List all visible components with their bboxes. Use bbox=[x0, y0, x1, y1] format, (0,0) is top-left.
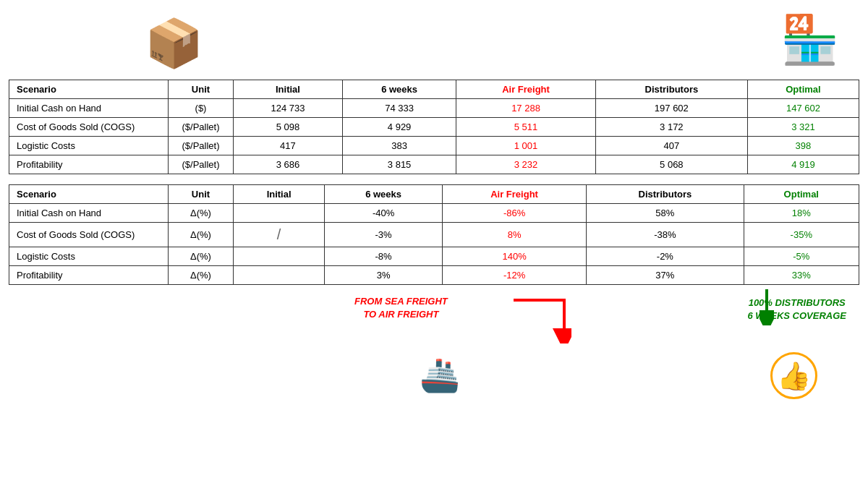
d-row3-unit: Δ(%) bbox=[169, 247, 234, 266]
d-row4-unit: Δ(%) bbox=[169, 266, 234, 285]
col-scenario: Scenario bbox=[9, 80, 169, 99]
table-row: Cost of Goods Sold (COGS) ($/Pallet) 5 0… bbox=[9, 118, 859, 137]
row2-airfreight: 5 511 bbox=[456, 118, 596, 137]
row2-distributors: 3 172 bbox=[595, 118, 747, 137]
row2-optimal: 3 321 bbox=[747, 118, 859, 137]
d-row2-unit: Δ(%) bbox=[169, 223, 234, 247]
page-container: 📦 🏪 Scenario Unit Initial 6 weeks Air Fr… bbox=[0, 0, 868, 478]
ship-icon: 🚢 bbox=[420, 356, 460, 394]
right-annotation: 100% DISTRIBUTORS 6 WEEKS COVERAGE bbox=[747, 296, 846, 323]
d-row3-airfreight: 140% bbox=[442, 247, 586, 266]
row1-scenario: Initial Cash on Hand bbox=[9, 99, 169, 118]
row2-unit: ($/Pallet) bbox=[169, 118, 234, 137]
delta-col-6weeks: 6 weeks bbox=[325, 185, 443, 204]
col-6weeks: 6 weeks bbox=[342, 80, 456, 99]
delta-col-optimal: Optimal bbox=[744, 185, 859, 204]
d-row2-distributors: -38% bbox=[587, 223, 744, 247]
row3-initial: 417 bbox=[234, 137, 343, 155]
delta-col-distributors: Distributors bbox=[587, 185, 744, 204]
row1-airfreight: 17 288 bbox=[456, 99, 596, 118]
delta-col-airfreight: Air Freight bbox=[442, 185, 586, 204]
d-row2-optimal: -35% bbox=[744, 223, 859, 247]
d-row1-initial bbox=[234, 204, 325, 223]
d-row3-distributors: -2% bbox=[587, 247, 744, 266]
table-row: Logistic Costs ($/Pallet) 417 383 1 001 … bbox=[9, 137, 859, 155]
row3-scenario: Logistic Costs bbox=[9, 137, 169, 155]
row1-distributors: 197 602 bbox=[595, 99, 747, 118]
col-distributors: Distributors bbox=[595, 80, 747, 99]
col-unit: Unit bbox=[169, 80, 234, 99]
d-row3-optimal: -5% bbox=[744, 247, 859, 266]
row3-distributors: 407 bbox=[595, 137, 747, 155]
row3-airfreight: 1 001 bbox=[456, 137, 596, 155]
right-annotation-line2: 6 WEEKS COVERAGE bbox=[747, 310, 846, 323]
d-row1-scenario: Initial Cash on Hand bbox=[9, 204, 169, 223]
row1-6weeks: 74 333 bbox=[342, 99, 456, 118]
delta-col-initial: Initial bbox=[234, 185, 325, 204]
row2-initial: 5 098 bbox=[234, 118, 343, 137]
d-row1-6weeks: -40% bbox=[325, 204, 443, 223]
delta-table: Scenario Unit Initial 6 weeks Air Freigh… bbox=[9, 184, 859, 285]
delta-col-scenario: Scenario bbox=[9, 185, 169, 204]
d-row1-unit: Δ(%) bbox=[169, 204, 234, 223]
col-optimal: Optimal bbox=[747, 80, 859, 99]
warehouse-icon: 🏪 bbox=[780, 12, 839, 67]
row1-optimal: 147 602 bbox=[747, 99, 859, 118]
bottom-annotations: FROM SEA FREIGHT TO AIR FREIGHT 100% DIS… bbox=[0, 289, 868, 405]
main-table: Scenario Unit Initial 6 weeks Air Freigh… bbox=[9, 80, 859, 174]
row3-optimal: 398 bbox=[747, 137, 859, 155]
col-initial: Initial bbox=[234, 80, 343, 99]
right-annotation-line1: 100% DISTRIBUTORS bbox=[747, 296, 846, 310]
row2-scenario: Cost of Goods Sold (COGS) bbox=[9, 118, 169, 137]
row4-6weeks: 3 815 bbox=[342, 155, 456, 174]
d-row4-6weeks: 3% bbox=[325, 266, 443, 285]
d-row4-airfreight: -12% bbox=[442, 266, 586, 285]
row4-initial: 3 686 bbox=[234, 155, 343, 174]
tables-area: Scenario Unit Initial 6 weeks Air Freigh… bbox=[0, 80, 868, 285]
d-row3-scenario: Logistic Costs bbox=[9, 247, 169, 266]
left-annotation: FROM SEA FREIGHT TO AIR FREIGHT bbox=[354, 295, 448, 321]
row1-unit: ($) bbox=[169, 99, 234, 118]
delta-table-row: Profitability Δ(%) 3% -12% 37% 33% bbox=[9, 266, 859, 285]
worker-icon: 📦 bbox=[145, 16, 203, 71]
delta-table-row: Logistic Costs Δ(%) -8% 140% -2% -5% bbox=[9, 247, 859, 266]
d-row2-6weeks: -3% bbox=[325, 223, 443, 247]
row2-6weeks: 4 929 bbox=[342, 118, 456, 137]
left-annotation-line2: TO AIR FREIGHT bbox=[354, 308, 448, 321]
d-row4-distributors: 37% bbox=[587, 266, 744, 285]
delta-table-row: Cost of Goods Sold (COGS) Δ(%) / -3% 8% … bbox=[9, 223, 859, 247]
row4-distributors: 5 068 bbox=[595, 155, 747, 174]
d-row3-6weeks: -8% bbox=[325, 247, 443, 266]
delta-header-row: Scenario Unit Initial 6 weeks Air Freigh… bbox=[9, 185, 859, 204]
d-row1-optimal: 18% bbox=[744, 204, 859, 223]
col-airfreight: Air Freight bbox=[456, 80, 596, 99]
top-icons: 📦 🏪 bbox=[0, 0, 868, 80]
table-header-row: Scenario Unit Initial 6 weeks Air Freigh… bbox=[9, 80, 859, 99]
left-annotation-line1: FROM SEA FREIGHT bbox=[354, 295, 448, 308]
table-row: Initial Cash on Hand ($) 124 733 74 333 … bbox=[9, 99, 859, 118]
d-row1-distributors: 58% bbox=[587, 204, 744, 223]
d-row2-airfreight: 8% bbox=[442, 223, 586, 247]
row4-optimal: 4 919 bbox=[747, 155, 859, 174]
thumbsup-icon: 👍 bbox=[770, 352, 817, 399]
d-row4-scenario: Profitability bbox=[9, 266, 169, 285]
d-row2-scenario: Cost of Goods Sold (COGS) bbox=[9, 223, 169, 247]
d-row1-airfreight: -86% bbox=[442, 204, 586, 223]
row3-6weeks: 383 bbox=[342, 137, 456, 155]
delta-table-row: Initial Cash on Hand Δ(%) -40% -86% 58% … bbox=[9, 204, 859, 223]
delta-col-unit: Unit bbox=[169, 185, 234, 204]
d-row2-initial: / bbox=[234, 223, 325, 247]
red-arrow-svg bbox=[506, 293, 571, 343]
row1-initial: 124 733 bbox=[234, 99, 343, 118]
row4-unit: ($/Pallet) bbox=[169, 155, 234, 174]
row3-unit: ($/Pallet) bbox=[169, 137, 234, 155]
d-row4-optimal: 33% bbox=[744, 266, 859, 285]
d-row3-initial bbox=[234, 247, 325, 266]
table-row: Profitability ($/Pallet) 3 686 3 815 3 2… bbox=[9, 155, 859, 174]
row4-airfreight: 3 232 bbox=[456, 155, 596, 174]
row4-scenario: Profitability bbox=[9, 155, 169, 174]
d-row4-initial bbox=[234, 266, 325, 285]
